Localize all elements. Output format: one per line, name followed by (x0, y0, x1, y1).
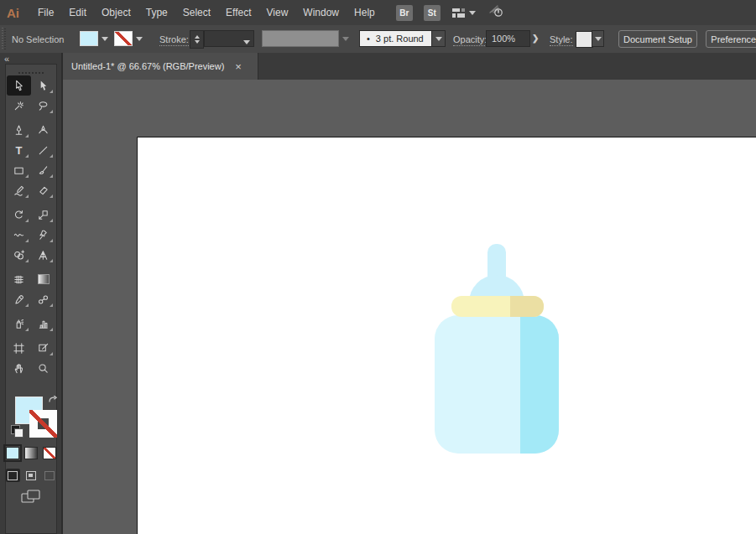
draw-inside-button (42, 469, 56, 482)
color-mode-row (6, 447, 56, 459)
artboard-tool[interactable] (7, 338, 31, 358)
eraser-tool[interactable] (31, 180, 55, 200)
illustrator-window: Ai File Edit Object Type Select Effect V… (0, 0, 756, 534)
stroke-swatch-control[interactable] (29, 410, 57, 438)
magic-wand-tool[interactable] (7, 96, 31, 116)
menu-help[interactable]: Help (347, 7, 383, 18)
workspace-switcher[interactable] (451, 8, 476, 18)
collapse-panel-button[interactable]: « (4, 54, 9, 64)
document-tab-title: Untitled-1* @ 66.67% (RGB/Preview) (71, 61, 224, 71)
default-fill-stroke-icon[interactable] (11, 425, 23, 437)
rotate-tool[interactable] (7, 205, 31, 225)
width-tool[interactable] (7, 225, 31, 245)
zoom-tool[interactable] (31, 358, 55, 378)
workspace-layout-icon (451, 8, 466, 18)
menu-object[interactable]: Object (94, 7, 138, 18)
screen-mode-icon (20, 488, 42, 505)
symbol-sprayer-tool[interactable] (7, 314, 31, 334)
stepper-down-icon[interactable] (195, 40, 200, 46)
slice-tool[interactable] (31, 338, 55, 358)
selection-status: No Selection (12, 34, 64, 44)
artboard[interactable] (137, 137, 756, 534)
chevron-down-icon (469, 11, 476, 18)
draw-behind-button[interactable] (24, 469, 39, 482)
rectangle-tool[interactable] (7, 160, 31, 180)
control-bar: No Selection Stroke: • 3 pt. Round Opaci… (0, 25, 756, 54)
stroke-color-swatch[interactable] (114, 31, 133, 46)
stroke-weight-label[interactable]: Stroke: (159, 34, 189, 46)
brush-definition-chevron (340, 31, 352, 46)
panel-drag-grip[interactable] (6, 65, 56, 74)
preferences-button[interactable]: Preferences (706, 30, 756, 48)
mesh-tool[interactable] (7, 269, 31, 289)
style-swatch[interactable] (576, 31, 593, 48)
eyedropper-tool[interactable] (7, 289, 31, 309)
tools-panel: « T (0, 53, 63, 534)
panel-grip[interactable] (2, 28, 6, 50)
document-tab-bar: Untitled-1* @ 66.67% (RGB/Preview) × (63, 53, 756, 80)
menu-select[interactable]: Select (175, 7, 218, 18)
perspective-grid-tool[interactable] (31, 245, 55, 265)
canvas-area[interactable] (63, 80, 756, 534)
selection-tool[interactable] (7, 75, 31, 96)
tab-close-icon[interactable]: × (235, 61, 242, 72)
shaper-tool[interactable] (7, 180, 31, 200)
swap-fill-stroke-icon[interactable] (47, 395, 59, 410)
brush-tip-icon: • (367, 34, 370, 44)
opacity-submenu-arrow[interactable]: ❯ (532, 34, 539, 43)
stroke-color-dropdown[interactable] (133, 31, 145, 46)
style-label[interactable]: Style: (550, 34, 573, 46)
lasso-tool[interactable] (31, 96, 55, 116)
tool-grid: T (6, 74, 56, 378)
fill-color-dropdown[interactable] (99, 31, 111, 46)
menu-bar: Ai File Edit Object Type Select Effect V… (0, 0, 756, 26)
menu-window[interactable]: Window (295, 7, 347, 18)
bottle-body-shade[interactable] (520, 315, 559, 454)
menu-type[interactable]: Type (138, 7, 175, 18)
type-tool[interactable]: T (7, 140, 31, 160)
drawing-mode-row (6, 469, 56, 482)
gradient-chip-icon (38, 274, 50, 284)
document-setup-button[interactable]: Document Setup (618, 30, 697, 48)
gradient-button[interactable] (24, 447, 38, 459)
none-button[interactable] (43, 447, 56, 459)
stepper-up-icon[interactable] (195, 33, 200, 39)
curvature-tool[interactable] (31, 120, 55, 140)
scale-tool[interactable] (31, 205, 55, 225)
puppet-warp-tool[interactable] (31, 225, 55, 245)
document-tab[interactable]: Untitled-1* @ 66.67% (RGB/Preview) × (63, 53, 258, 80)
brush-dropdown-button[interactable] (431, 30, 446, 47)
stroke-weight-dropdown[interactable] (204, 30, 254, 47)
illustrator-logo: Ai (7, 6, 19, 20)
bridge-button[interactable]: Br (396, 5, 413, 21)
hand-tool[interactable] (7, 358, 31, 378)
draw-normal-button[interactable] (6, 469, 20, 482)
blend-tool[interactable] (31, 289, 55, 309)
menu-file[interactable]: File (30, 7, 61, 18)
shape-builder-tool[interactable] (7, 245, 31, 265)
gradient-tool[interactable] (31, 269, 55, 289)
stock-button[interactable]: St (424, 5, 441, 21)
opacity-label[interactable]: Opacity: (453, 34, 487, 46)
style-dropdown-button[interactable] (592, 30, 604, 47)
brush-definition-value[interactable]: • 3 pt. Round (359, 30, 432, 47)
line-segment-tool[interactable] (31, 140, 55, 160)
power-plugin-icon[interactable] (487, 3, 505, 23)
column-graph-tool[interactable] (31, 314, 55, 334)
pen-tool[interactable] (7, 120, 31, 140)
fill-color-swatch[interactable] (80, 31, 98, 46)
menu-view[interactable]: View (259, 7, 296, 18)
bottle-cap-ring-shade[interactable] (510, 296, 544, 317)
menu-edit[interactable]: Edit (61, 7, 94, 18)
paintbrush-tool[interactable] (31, 160, 55, 180)
color-button[interactable] (6, 447, 19, 459)
tools-panel-body: T (5, 64, 57, 534)
menu-effect[interactable]: Effect (218, 7, 258, 18)
opacity-input[interactable]: 100% (486, 30, 530, 47)
stroke-weight-stepper[interactable] (190, 30, 204, 49)
direct-selection-tool[interactable] (31, 75, 55, 96)
screen-mode-button[interactable] (6, 488, 56, 505)
none-slash-icon (29, 410, 57, 438)
brush-definition-dropdown-disabled (262, 30, 339, 47)
